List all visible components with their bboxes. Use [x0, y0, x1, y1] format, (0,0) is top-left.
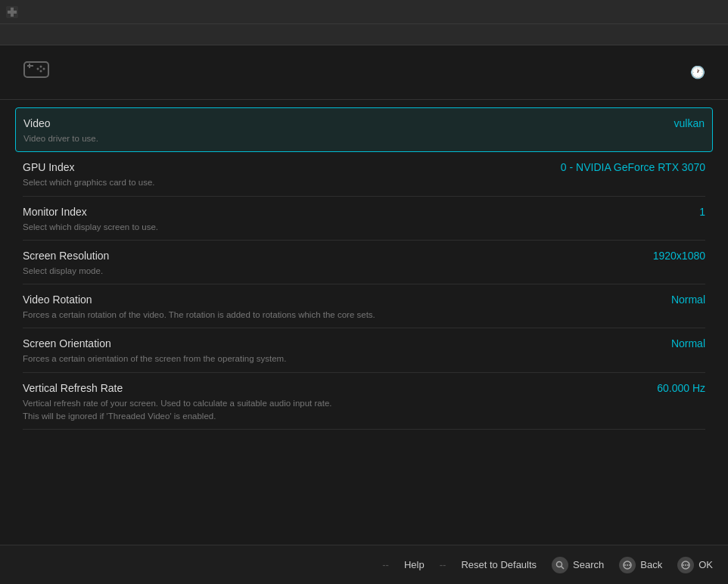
help-sep: -- — [382, 559, 389, 570]
maximize-button[interactable] — [677, 5, 698, 20]
setting-desc-gpu-index: Select which graphics card to use. — [23, 176, 705, 189]
setting-desc-video-rotation: Forces a certain rotation of the video. … — [23, 309, 705, 322]
header-icon — [23, 56, 50, 89]
setting-item-video[interactable]: VideovulkanVideo driver to use. — [15, 107, 713, 152]
reset-label: Reset to Defaults — [461, 559, 537, 570]
ok-button[interactable]: OK — [677, 557, 713, 573]
setting-value-video: vulkan — [674, 117, 705, 129]
ok-icon — [677, 557, 694, 573]
close-button[interactable] — [701, 5, 722, 20]
svg-point-15 — [629, 564, 630, 566]
ok-label: OK — [698, 559, 713, 570]
svg-point-13 — [624, 564, 626, 566]
svg-rect-2 — [11, 8, 14, 17]
svg-point-17 — [683, 564, 684, 566]
setting-item-vertical-refresh-rate[interactable]: Vertical Refresh Rate60.000 HzVertical r… — [23, 373, 705, 430]
title-bar-left — [6, 6, 24, 18]
setting-value-vertical-refresh-rate: 60.000 Hz — [657, 382, 705, 394]
setting-label-monitor-index: Monitor Index — [23, 206, 87, 218]
search-button[interactable]: Search — [552, 557, 604, 573]
app-icon — [6, 6, 18, 18]
menu-file[interactable] — [3, 32, 18, 38]
setting-label-vertical-refresh-rate: Vertical Refresh Rate — [23, 382, 123, 394]
setting-item-gpu-index[interactable]: GPU Index0 - NVIDIA GeForce RTX 3070Sele… — [23, 152, 705, 196]
setting-label-screen-orientation: Screen Orientation — [23, 337, 111, 349]
header-right: 🕐 — [684, 65, 705, 79]
search-icon — [552, 557, 568, 573]
back-button[interactable]: Back — [619, 557, 662, 573]
page-header: 🕐 — [0, 45, 728, 100]
svg-point-19 — [687, 564, 689, 566]
title-bar-controls — [652, 5, 722, 20]
setting-item-screen-orientation[interactable]: Screen OrientationNormalForces a certain… — [23, 328, 705, 372]
clock-icon: 🕐 — [690, 65, 705, 79]
minimize-button[interactable] — [652, 5, 674, 20]
help-button[interactable]: Help — [404, 559, 425, 570]
menu-bar — [0, 24, 728, 45]
setting-value-video-rotation: Normal — [671, 294, 705, 306]
settings-content[interactable]: VideovulkanVideo driver to use.GPU Index… — [0, 100, 728, 545]
setting-item-screen-resolution[interactable]: Screen Resolution1920x1080Select display… — [23, 241, 705, 284]
setting-value-screen-orientation: Normal — [671, 337, 705, 349]
menu-command[interactable] — [18, 32, 33, 38]
svg-point-18 — [685, 564, 686, 566]
svg-point-14 — [627, 564, 628, 566]
svg-point-8 — [37, 68, 39, 70]
svg-point-7 — [43, 68, 45, 70]
setting-label-video: Video — [23, 117, 51, 129]
setting-value-monitor-index: 1 — [699, 206, 705, 218]
svg-point-10 — [557, 561, 562, 567]
bottom-actions: -- Help -- Reset to Defaults Search — [382, 557, 713, 573]
back-icon — [619, 557, 636, 573]
header-left — [23, 56, 62, 89]
setting-desc-screen-orientation: Forces a certain orientation of the scre… — [23, 353, 705, 365]
setting-desc-vertical-refresh-rate: Vertical refresh rate of your screen. Us… — [23, 397, 705, 424]
menu-window[interactable] — [33, 32, 48, 38]
setting-label-screen-resolution: Screen Resolution — [23, 250, 109, 262]
setting-desc-monitor-index: Select which display screen to use. — [23, 221, 705, 234]
setting-desc-screen-resolution: Select display mode. — [23, 265, 705, 278]
setting-desc-video: Video driver to use. — [23, 132, 705, 145]
search-label: Search — [573, 559, 604, 570]
setting-item-video-rotation[interactable]: Video RotationNormalForces a certain rot… — [23, 284, 705, 328]
back-label: Back — [640, 559, 662, 570]
setting-label-video-rotation: Video Rotation — [23, 294, 92, 306]
setting-item-monitor-index[interactable]: Monitor Index1Select which display scree… — [23, 197, 705, 241]
reset-sep: -- — [440, 559, 446, 570]
setting-value-gpu-index: 0 - NVIDIA GeForce RTX 3070 — [561, 161, 705, 173]
svg-rect-5 — [29, 64, 30, 68]
title-bar — [0, 0, 728, 24]
bottom-bar: -- Help -- Reset to Defaults Search — [0, 545, 728, 584]
svg-rect-3 — [24, 62, 48, 77]
svg-line-11 — [562, 566, 565, 569]
help-label: Help — [404, 559, 425, 570]
svg-point-6 — [40, 66, 42, 68]
svg-point-9 — [40, 70, 42, 73]
reset-button[interactable]: Reset to Defaults — [461, 559, 537, 570]
setting-label-gpu-index: GPU Index — [23, 161, 74, 173]
setting-value-screen-resolution: 1920x1080 — [653, 250, 705, 262]
